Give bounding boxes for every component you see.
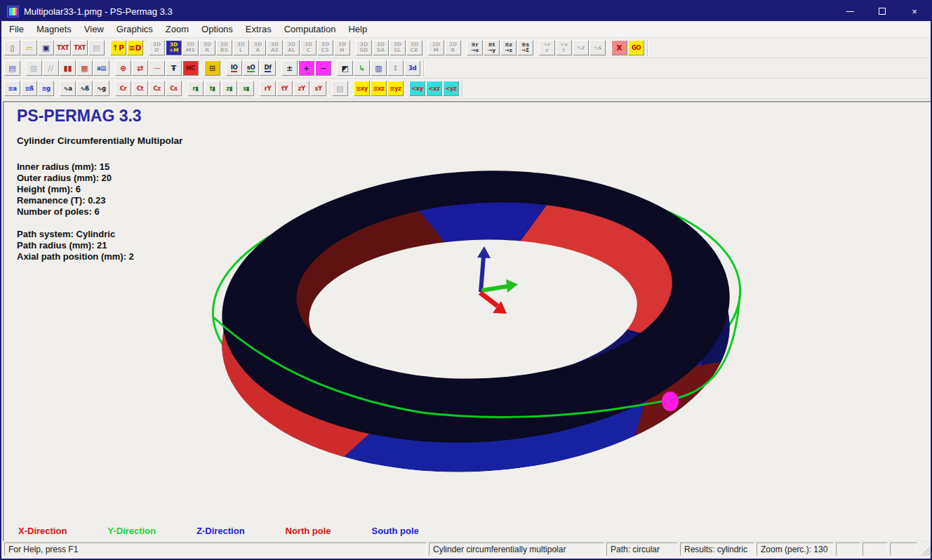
maximize-button[interactable] (866, 1, 898, 21)
export-txt-table-button[interactable]: TXT (55, 40, 71, 55)
curve-t-y-icon: tY (281, 85, 288, 92)
go-compute-button[interactable]: GO (628, 40, 644, 55)
parameter-block: PS-PERMAG 3.3 Cylinder Circumferentially… (17, 107, 182, 262)
close-button[interactable]: × (898, 1, 931, 21)
graph-alpha-button[interactable]: ∿a (60, 81, 76, 96)
bars-s-icon: s▮ (243, 85, 249, 92)
table-gamma-button[interactable]: ≡g (38, 81, 54, 96)
export-txt-wave-button[interactable]: TXT (72, 40, 88, 55)
io-setting-button[interactable]: IO (226, 60, 242, 76)
minimize-button[interactable] (834, 1, 866, 21)
table-t-y-button[interactable]: ≡t →y (484, 40, 500, 55)
window-title: Multipolar33-1.pmg - PS-Permag 3.3 (24, 6, 834, 17)
view-xy-button[interactable]: <xy (409, 81, 425, 96)
open-file-button[interactable]: ▱ (21, 40, 37, 55)
graph-s-button: ∿s (590, 40, 606, 55)
zoom-in-button[interactable]: + (298, 60, 314, 76)
axes-origin-button[interactable]: ↳ (354, 60, 370, 76)
curve-z-button[interactable]: zY (293, 81, 309, 96)
dotted-grid-icon: ┄┄ (154, 65, 160, 72)
c-z-button[interactable]: Cz (149, 81, 165, 96)
menu-options[interactable]: Options (195, 22, 239, 36)
bars-t-y-button[interactable]: t▮ (204, 81, 220, 96)
graph-v-t-button: ∿v t (556, 40, 572, 55)
table-z-z-button[interactable]: ≡z →z (500, 40, 517, 55)
plane-yz-button[interactable]: ≡yz (387, 81, 404, 96)
bars-z-button[interactable]: z▮ (221, 81, 237, 96)
probe-point[interactable] (662, 392, 679, 411)
text-style-button[interactable]: a▤ (93, 60, 109, 76)
2d-r-icon: 2D R (449, 42, 457, 53)
plus-minus-button[interactable]: ± (281, 60, 298, 76)
title-bar[interactable]: Multipolar33-1.pmg - PS-Permag 3.3 × (1, 1, 931, 21)
plane-xz-button[interactable]: ≡xz (371, 81, 387, 96)
table-t-y-icon: ≡t →y (488, 42, 495, 53)
axes-arrows-button[interactable]: ⇄ (132, 60, 148, 76)
menu-file[interactable]: File (3, 22, 30, 36)
bar-chart-button[interactable]: ▮▮ (60, 60, 76, 76)
so-setting-button[interactable]: sO (243, 60, 259, 76)
table-r-x-button[interactable]: ≡r →x (467, 40, 483, 55)
axes-arrows-icon: ⇄ (137, 64, 143, 73)
data-list-button[interactable]: ≡D (127, 40, 143, 55)
menu-extras[interactable]: Extras (239, 22, 278, 36)
zoom-out-button[interactable]: − (315, 60, 331, 76)
color-palette-button[interactable]: ▦ (76, 60, 93, 76)
view-xz-button[interactable]: <xz (426, 81, 442, 96)
curve-z-icon: zY (298, 85, 305, 92)
table-beta-button[interactable]: ≡ß (21, 81, 37, 96)
3d-l-icon: 3D L (237, 42, 245, 53)
hc-field-button[interactable]: HC (182, 60, 199, 76)
c-s-button[interactable]: Cs (166, 81, 182, 96)
invert-colors-button[interactable]: ◩ (337, 60, 353, 76)
save-file-button[interactable]: ▣ (38, 40, 54, 55)
table-s-sum-button[interactable]: ≡s →Σ (517, 40, 533, 55)
menu-help[interactable]: Help (342, 22, 373, 36)
curve-s-button[interactable]: sY (310, 81, 326, 96)
graph-r-x-button: ∿r x (539, 40, 555, 55)
resize-grip-icon[interactable] (921, 546, 931, 556)
menu-zoom[interactable]: Zoom (159, 22, 195, 36)
image-export-icon: ▨ (336, 84, 343, 93)
menu-graphics[interactable]: Graphics (110, 22, 159, 36)
dotted-grid-button[interactable]: ┄┄ (149, 60, 165, 76)
curve-lines-icon: ∕∕ (48, 64, 53, 73)
3d-multipolar-button[interactable]: 3D +M (166, 40, 182, 55)
chart-3d-icon: 3d (408, 65, 416, 72)
calculator-button[interactable]: ⊞ (204, 60, 220, 76)
graph-gamma-button[interactable]: ∿g (93, 81, 109, 96)
plane-xy-button[interactable]: ≡xy (354, 81, 370, 96)
legend: X-DirectionY-DirectionZ-DirectionNorth p… (18, 526, 460, 536)
chart-3d-button[interactable]: 3d (404, 60, 420, 76)
df-setting-button[interactable]: Df (260, 60, 276, 76)
menu-computation[interactable]: Computation (278, 22, 342, 36)
vertical-stripes-button[interactable]: ▥ (371, 60, 387, 76)
c-r-x-button[interactable]: Cr (115, 81, 131, 96)
t-marker-button[interactable]: Ŧ (166, 60, 182, 76)
view-yz-button[interactable]: <yz (443, 81, 459, 96)
save-file-icon: ▣ (42, 44, 49, 53)
hc-field-icon: HC (186, 65, 194, 72)
graph-beta-button[interactable]: ∿ß (76, 81, 93, 96)
drawing-canvas[interactable]: PS-PERMAG 3.3 Cylinder Circumferentially… (3, 101, 931, 543)
menu-magnets[interactable]: Magnets (30, 22, 78, 36)
table-alpha-button[interactable]: ≡a (4, 81, 20, 96)
3d-sl-button: 3D SL (390, 40, 406, 55)
menu-view[interactable]: View (78, 22, 110, 36)
bars-r-x-button[interactable]: r▮ (187, 81, 204, 96)
vertical-arrow-icon: ↕ (392, 64, 399, 73)
new-file-button[interactable]: ▯ (4, 40, 20, 55)
path-up-button[interactable]: ↑P (110, 40, 126, 55)
result-list-button[interactable]: ▤ (4, 60, 20, 76)
cancel-button[interactable]: X (611, 40, 627, 55)
plus-minus-icon: ± (286, 64, 293, 73)
curve-t-y-button[interactable]: tY (277, 81, 293, 96)
c-t-y-button[interactable]: Ct (132, 81, 148, 96)
bars-s-button[interactable]: s▮ (238, 81, 254, 96)
curve-r-x-button[interactable]: rY (260, 81, 276, 96)
grid-target-button[interactable]: ⊕ (115, 60, 131, 76)
3d-disc-button: 3D D (149, 40, 165, 55)
3d-cylinder-button: 3D C (300, 40, 317, 55)
c-r-x-icon: Cr (120, 85, 126, 92)
app-title: PS-PERMAG 3.3 (17, 107, 182, 126)
